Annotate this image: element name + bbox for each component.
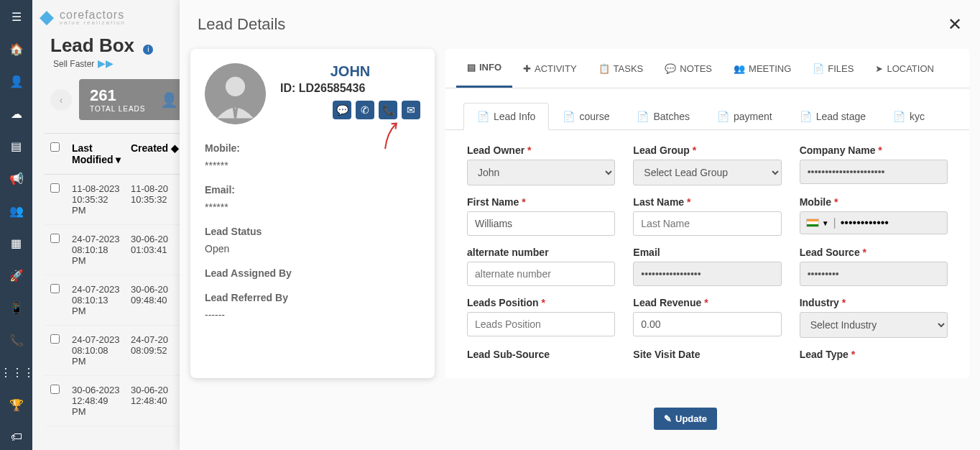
tab-location[interactable]: ➤LOCATION [864, 49, 945, 88]
col-modified[interactable]: Last Modified ▾ [72, 142, 124, 165]
cloud-icon[interactable]: ☁ [0, 104, 32, 124]
company-input[interactable] [800, 160, 948, 184]
news-icon[interactable]: ▤ [0, 137, 32, 156]
tab-batches[interactable]: 📄Batches [623, 103, 703, 129]
trophy-icon[interactable]: 🏆 [0, 395, 32, 415]
row-checkbox[interactable] [50, 234, 60, 243]
info-icon: ▤ [467, 62, 476, 73]
rocket-icon[interactable]: 🚀 [0, 266, 32, 285]
doc-icon: 📄 [563, 111, 575, 122]
email-value: ****** [205, 201, 420, 213]
info-icon[interactable]: i [143, 45, 153, 55]
chat-icon[interactable]: 💬 [333, 101, 351, 119]
whatsapp-icon[interactable]: ✆ [356, 101, 374, 119]
tab-kyc[interactable]: 📄kyc [879, 103, 938, 129]
tab-lead-stage[interactable]: 📄Lead stage [786, 103, 879, 129]
brand-tagline: value realization [60, 19, 126, 26]
tab-payment[interactable]: 📄payment [703, 103, 786, 129]
table-row[interactable]: 24-07-202308:10:18 PM30-06-2001:03:41 [45, 225, 188, 275]
back-button[interactable]: ‹ [50, 89, 72, 111]
tab-files[interactable]: 📄FILES [802, 49, 864, 88]
home-icon[interactable]: 🏠 [0, 40, 32, 59]
india-flag-icon [806, 219, 819, 227]
leadbox-subtitle: Sell Faster [53, 59, 94, 69]
lead-details-panel: ▤INFO ✚ACTIVITY 📋TASKS 💬NOTES 👥MEETING 📄… [445, 49, 969, 378]
call-icon[interactable]: 📞 [379, 101, 397, 119]
leads-position-input[interactable] [467, 312, 615, 336]
notes-icon: 💬 [665, 63, 676, 74]
lead-owner-label: Lead Owner * [467, 144, 615, 156]
select-all-checkbox[interactable] [50, 142, 60, 152]
alt-number-input[interactable] [467, 262, 615, 286]
leads-position-label: Leads Position * [467, 297, 615, 308]
user-icon[interactable]: 👤 [0, 72, 32, 91]
chevron-down-icon: ▼ [822, 219, 829, 227]
sort-icon: ▾ [116, 154, 121, 165]
assigned-label: Lead Assigned By [205, 267, 420, 279]
row-checkbox[interactable] [50, 334, 60, 344]
last-name-label: Last Name * [633, 196, 781, 208]
lead-source-input[interactable] [800, 262, 948, 286]
tab-meeting[interactable]: 👥MEETING [723, 49, 802, 88]
table-row[interactable]: 11-08-202310:35:32 PM11-08-2010:35:32 [45, 175, 188, 225]
mobile-input[interactable]: ▼|•••••••••••• [800, 211, 948, 234]
industry-select[interactable]: Select Industry [800, 312, 948, 338]
grid-icon[interactable]: ▦ [0, 234, 32, 253]
edit-icon: ✎ [664, 413, 672, 424]
table-header: Last Modified ▾ Created ◆ [45, 133, 188, 175]
leadbox-header: Lead Box i Sell Faster ▶▶ [50, 35, 153, 70]
tab-activity[interactable]: ✚ACTIVITY [512, 49, 588, 88]
primary-tabs: ▤INFO ✚ACTIVITY 📋TASKS 💬NOTES 👥MEETING 📄… [445, 49, 969, 88]
table-row[interactable]: 24-07-202308:10:13 PM30-06-2009:48:40 [45, 275, 188, 326]
modal-header: Lead Details ✕ [180, 0, 980, 49]
tab-lead-info[interactable]: 📄Lead Info [463, 103, 549, 130]
files-icon: 📄 [813, 63, 824, 74]
tasks-icon: 📋 [598, 63, 610, 74]
company-label: Company Name * [800, 144, 948, 156]
referred-value: ------ [205, 309, 420, 321]
close-button[interactable]: ✕ [948, 14, 962, 35]
tab-course[interactable]: 📄course [549, 103, 623, 129]
row-checkbox[interactable] [50, 284, 60, 293]
menu-icon[interactable]: ☰ [0, 7, 32, 27]
person-icon: 👤 [160, 91, 178, 109]
lead-owner-select[interactable]: John [467, 160, 615, 185]
users-icon[interactable]: 👥 [0, 201, 32, 221]
total-count: 261 [90, 86, 146, 105]
bullhorn-icon[interactable]: 📢 [0, 169, 32, 188]
brand-name: corefactors [60, 9, 124, 21]
lead-group-select[interactable]: Select Lead Group [633, 160, 781, 185]
update-button[interactable]: ✎Update [654, 408, 717, 430]
sub-source-label: Lead Sub-Source [467, 349, 615, 360]
doc-icon: 📄 [477, 111, 489, 122]
leadbox-title: Lead Box [50, 35, 134, 56]
modal-title: Lead Details [198, 15, 285, 34]
location-icon: ➤ [875, 63, 883, 74]
lead-form: Lead Owner *John Lead Group *Select Lead… [445, 130, 969, 378]
lead-revenue-label: Lead Revenue * [633, 297, 781, 308]
row-checkbox[interactable] [50, 183, 60, 193]
tab-tasks[interactable]: 📋TASKS [588, 49, 655, 88]
last-name-input[interactable] [633, 211, 781, 236]
first-name-input[interactable] [467, 211, 615, 236]
mobile-value: ****** [205, 160, 420, 171]
table-row[interactable]: 30-06-202312:48:49 PM30-06-2012:48:40 [45, 376, 188, 426]
row-checkbox[interactable] [50, 385, 60, 394]
email-icon[interactable]: ✉ [402, 101, 420, 119]
total-leads-card[interactable]: 261 TOTAL LEADS 👤 [79, 79, 189, 120]
col-created[interactable]: Created ◆ [131, 142, 182, 165]
email-input[interactable] [633, 262, 781, 286]
first-name-label: First Name * [467, 196, 615, 208]
lead-revenue-input[interactable] [633, 312, 781, 336]
table-row[interactable]: 24-07-202308:10:08 PM24-07-2008:09:52 [45, 326, 188, 376]
tab-notes[interactable]: 💬NOTES [654, 49, 723, 88]
secondary-tabs: 📄Lead Info 📄course 📄Batches 📄payment 📄Le… [445, 88, 969, 130]
tab-info[interactable]: ▤INFO [456, 49, 512, 88]
doc-icon: 📄 [800, 111, 812, 122]
status-value: Open [205, 243, 420, 254]
tag-icon[interactable]: 🏷 [0, 428, 32, 446]
mobile-icon[interactable]: 📱 [0, 298, 32, 318]
stats-area: ‹ 261 TOTAL LEADS 👤 [50, 79, 189, 120]
apps-icon[interactable]: ⋮⋮⋮ [0, 363, 32, 382]
phone-icon[interactable]: 📞 [0, 331, 32, 350]
